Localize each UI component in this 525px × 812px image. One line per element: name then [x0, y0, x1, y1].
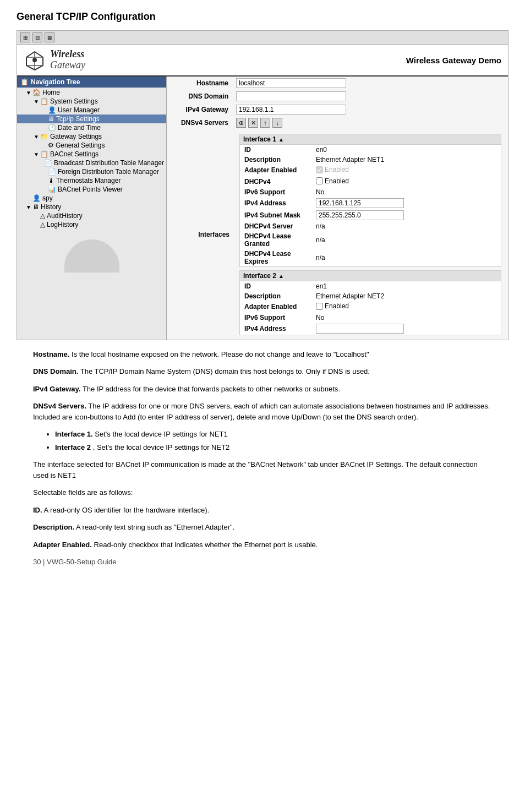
ipv4-gateway-value-cell	[233, 103, 508, 116]
config-form: Hostname DNS Domain IPv4 Gateway	[167, 77, 508, 340]
sidebar-item-date-time[interactable]: 🕐 Date and Time	[17, 123, 166, 132]
description-desc-text: A read-only text string such as "Etherne…	[76, 523, 234, 531]
iface2-ipv6-row: IPv6 Support No	[240, 313, 501, 323]
dns-domain-desc-text: The TCP/IP Domain Name System (DNS) doma…	[80, 367, 370, 375]
sidebar-item-tcpip-settings[interactable]: 🖥 Tcp/Ip Settings	[17, 115, 166, 123]
dns-domain-value-cell	[233, 90, 508, 103]
dns-toolbar: ⊕ ✕ ↑ ↓	[236, 118, 505, 128]
dnsv4-servers-label: DNSv4 Servers	[167, 116, 233, 129]
svg-point-4	[32, 58, 37, 62]
logo-wireless: Wireless	[50, 49, 85, 60]
sidebar-item-label: BACnet Settings	[50, 150, 99, 158]
sidebar-item-foreign-dist[interactable]: 📄 Foreign Distributon Table Manager	[17, 167, 166, 176]
interface2-table: ID en1 Description Ethernet Adapter NET2	[240, 281, 501, 335]
iface2-id-label: ID	[240, 281, 311, 291]
iface2-adapter-enabled-label: Adapter Enabled	[240, 301, 311, 313]
sidebar-item-label: Thermostats Manager	[56, 177, 121, 184]
iface2-ipv4-addr-input[interactable]	[316, 324, 404, 334]
iface1-ipv6-value: No	[311, 187, 501, 197]
iface1-ipv4-addr-input[interactable]	[316, 198, 404, 208]
iface2-adapter-checkbox[interactable]	[316, 303, 323, 310]
dnsv4-desc-text: The IP address for one or more DNS serve…	[33, 402, 490, 421]
iface1-subnet-input[interactable]	[316, 210, 404, 220]
sidebar-item-log-history[interactable]: △ LogHistory	[17, 220, 166, 229]
interface1-sort-icon[interactable]: ▲	[278, 137, 284, 143]
sidebar-item-spy[interactable]: 👤 spy	[17, 194, 166, 203]
iface2-desc-value: Ethernet Adapter NET2	[311, 291, 501, 301]
dns-delete-button[interactable]: ✕	[248, 118, 258, 128]
interface2-sort-icon[interactable]: ▲	[278, 273, 284, 279]
user-manager-icon: 👤	[48, 106, 56, 114]
ipv4-gateway-desc: IPv4 Gateway. The IP address for the dev…	[33, 384, 492, 395]
gateway-settings-icon: 📁	[40, 133, 48, 140]
sidebar-item-thermostats[interactable]: 🌡 Thermostats Manager	[17, 176, 166, 185]
toggle-audit	[34, 213, 39, 219]
dns-domain-input[interactable]	[236, 91, 346, 101]
iface1-ipv4-addr-cell	[311, 197, 501, 209]
adapter-desc: Adapter Enabled. Read-only checkbox that…	[33, 539, 492, 551]
iface1-subnet-cell	[311, 209, 501, 221]
hostname-input[interactable]	[236, 78, 346, 88]
system-settings-icon: 📋	[40, 97, 48, 105]
sidebar-item-history[interactable]: ▼ 🖥 History	[17, 203, 166, 211]
ipv4-gateway-input[interactable]	[236, 105, 346, 115]
iface2-adapter-enabled-cell: Enabled	[311, 301, 501, 313]
sidebar-item-label: General Settings	[56, 141, 105, 149]
interface1-table: ID en0 Description Ethernet Adapter NET1	[240, 145, 501, 266]
toggle-general	[41, 143, 47, 149]
toolbar-icon-2[interactable]: ⊟	[32, 32, 42, 42]
logo-svg-icon	[24, 49, 46, 71]
toggle-tcpip	[41, 116, 47, 122]
logo-text: Wireless Gateway	[50, 49, 85, 71]
interfaces-row: Interfaces Interface 1 ▲	[167, 129, 508, 340]
page-title: General TCP/IP Configuration	[17, 11, 508, 23]
spy-icon: 👤	[32, 194, 41, 202]
sidebar-item-user-manager[interactable]: 👤 User Manager	[17, 106, 166, 115]
toggle-bacnet: ▼	[34, 151, 39, 157]
interface2-list-item: Interface 2 , Set's the local device IP …	[55, 442, 492, 453]
toolbar-icon-3[interactable]: ⊠	[45, 32, 54, 42]
sidebar-item-bacnet-points[interactable]: 📊 BACnet Points Viewer	[17, 185, 166, 194]
hostname-row: Hostname	[167, 77, 508, 90]
sidebar-item-system-settings[interactable]: ▼ 📋 System Settings	[17, 97, 166, 106]
sidebar-item-home[interactable]: ▼ 🏠 Home	[17, 88, 166, 97]
footer-text: 30 | VWG-50-Setup Guide	[33, 557, 492, 568]
hostname-label: Hostname	[167, 77, 233, 90]
iface1-id-label: ID	[240, 145, 311, 155]
iface1-dhcpv4-checkbox[interactable]	[316, 177, 323, 184]
audit-icon: △	[40, 212, 45, 220]
dns-down-button[interactable]: ↓	[272, 118, 282, 128]
sidebar: 📋 Navigation Tree ▼ 🏠 Home ▼ 📋 System Se…	[17, 77, 167, 340]
iface1-dhcpv4-checkbox-area: Enabled	[316, 177, 349, 185]
iface1-adapter-enabled-label: Adapter Enabled	[240, 165, 311, 176]
sidebar-item-audit-history[interactable]: △ AuditHistory	[17, 211, 166, 220]
sidebar-header-label: Navigation Tree	[31, 78, 80, 86]
interfaces-content-cell: Interface 1 ▲ ID en0	[233, 129, 508, 340]
toggle-bacnet-points	[41, 187, 47, 193]
iface2-bullet-text: , Set's the local device IP settings for…	[93, 443, 230, 451]
iface1-ipv6-label: IPv6 Support	[240, 187, 311, 197]
iface1-adapter-enabled-checkbox-area: Enabled	[316, 166, 349, 173]
sidebar-graphic	[64, 239, 119, 273]
dnsv4-servers-value-cell: ⊕ ✕ ↑ ↓	[233, 116, 508, 129]
sidebar-item-general-settings[interactable]: ⚙ General Settings	[17, 141, 166, 150]
sidebar-item-label: History	[41, 203, 61, 211]
dns-up-button[interactable]: ↑	[260, 118, 270, 128]
toggle-foreign	[41, 169, 47, 175]
iface1-lease-expires-value: n/a	[311, 249, 501, 266]
interface2-section: Interface 2 ▲ ID en1	[239, 270, 501, 335]
adapter-desc-title: Adapter Enabled.	[33, 541, 92, 549]
sidebar-item-label: Home	[42, 89, 60, 96]
sidebar-item-label: BACnet Points Viewer	[58, 186, 123, 193]
general-settings-icon: ⚙	[48, 141, 54, 149]
sidebar-item-broadcast-dist[interactable]: 📄 Broadcast Distribution Table Manager	[17, 159, 166, 167]
iface2-ipv4-addr-label: IPv4 Address	[240, 323, 311, 335]
toolbar-icon-1[interactable]: ⊞	[20, 32, 30, 42]
sidebar-item-gateway-settings[interactable]: ▼ 📁 Gateway Settings	[17, 132, 166, 141]
dns-domain-desc-title: DNS Domain.	[33, 367, 78, 375]
date-time-icon: 🕐	[48, 124, 56, 132]
description-area: Hostname. Is the local hostname exposed …	[17, 340, 508, 583]
dns-add-button[interactable]: ⊕	[236, 118, 246, 128]
sidebar-item-bacnet-settings[interactable]: ▼ 📋 BACnet Settings	[17, 150, 166, 159]
id-desc: ID. A read-only OS identifier for the ha…	[33, 505, 492, 516]
